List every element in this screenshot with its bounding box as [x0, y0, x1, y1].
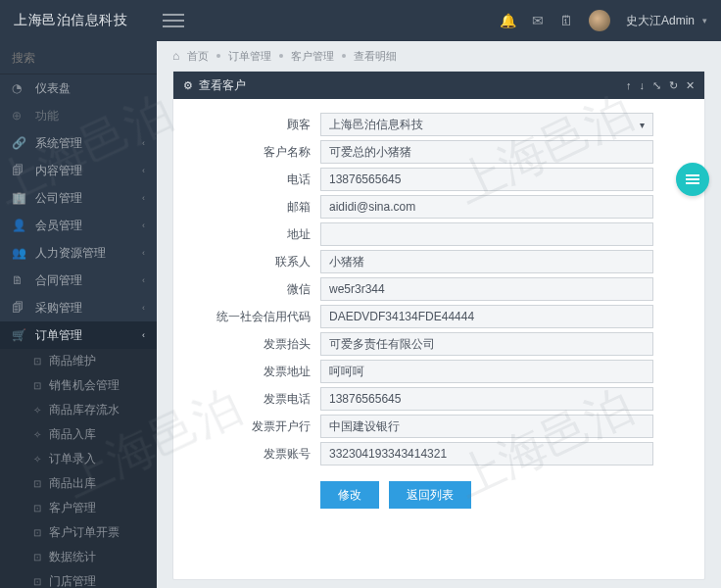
brand-title: 上海邑泊信息科技 — [0, 12, 157, 29]
sidebar-item-content[interactable]: 🗐 内容管理 ‹ — [0, 157, 157, 184]
sidebar-item-label: 仪表盘 — [35, 80, 71, 97]
menu-toggle-icon[interactable] — [163, 10, 184, 31]
sidebar-item-label: 合同管理 — [35, 272, 82, 289]
wechat-field[interactable]: we5r3r344 — [320, 277, 653, 301]
sub-sales-opportunity[interactable]: ⊡销售机会管理 — [0, 373, 157, 398]
arrow-down-icon[interactable]: ↓ — [640, 79, 646, 92]
sub-store-manage[interactable]: ⊡门店管理 — [0, 569, 157, 588]
arrow-up-icon[interactable]: ↑ — [626, 79, 632, 92]
field-label: 发票开户行 — [173, 418, 320, 435]
name-field[interactable]: 可爱总的小猪猪 — [320, 140, 653, 164]
contact-field[interactable]: 小猪猪 — [320, 250, 653, 273]
email-field[interactable]: aididi@sina.com — [320, 195, 653, 219]
sidebar-item-label: 销售机会管理 — [49, 377, 120, 394]
sidebar-item-label: 功能 — [35, 108, 59, 124]
expand-icon[interactable]: ⤡ — [652, 79, 661, 92]
sidebar-item-label: 会员管理 — [35, 218, 82, 234]
field-value: 呵呵呵 — [329, 364, 364, 380]
field-label: 顾客 — [173, 117, 320, 133]
crumb-order[interactable]: 订单管理 — [228, 49, 271, 64]
sidebar-item-label: 系统管理 — [35, 135, 82, 152]
field-label: 发票地址 — [173, 364, 320, 380]
bell-icon[interactable]: 🔔 — [500, 13, 516, 28]
sidebar-item-label: 商品出库 — [49, 475, 96, 492]
crumb-detail[interactable]: 查看明细 — [354, 49, 397, 64]
back-button[interactable]: 返回列表 — [389, 481, 471, 509]
sub-stock-in[interactable]: ✧商品入库 — [0, 422, 157, 447]
sidebar-item-order[interactable]: 🛒 订单管理 ‹ — [0, 321, 157, 349]
invoice-address-field[interactable]: 呵呵呵 — [320, 360, 653, 383]
sidebar-search: 🔍 — [0, 41, 157, 74]
dot-icon: ⊡ — [33, 503, 43, 514]
mail-icon[interactable]: ✉ — [532, 13, 544, 28]
chevron-left-icon: ‹ — [142, 303, 145, 313]
gear-icon: ⚙ — [183, 79, 193, 92]
home-icon[interactable]: ⌂ — [172, 49, 179, 63]
invoice-phone-field[interactable]: 13876565645 — [320, 387, 653, 411]
topbar-right: 🔔 ✉ 🗓 史大江Admin ▾ — [500, 10, 721, 31]
form-row-name: 客户名称 可爱总的小猪猪 — [173, 140, 704, 164]
customer-select[interactable]: 上海邑泊信息科技 — [320, 113, 653, 136]
field-label: 发票电话 — [173, 391, 320, 408]
chevron-down-icon[interactable]: ▾ — [702, 16, 707, 25]
sub-order-entry[interactable]: ✧订单录入 — [0, 447, 157, 471]
crumb-customer[interactable]: 客户管理 — [291, 49, 334, 64]
sidebar-item-label: 客户管理 — [49, 500, 96, 516]
sidebar-item-label: 订单管理 — [35, 327, 82, 344]
field-value: we5r3r344 — [329, 282, 385, 296]
sidebar-item-purchase[interactable]: 🗐 采购管理 ‹ — [0, 294, 157, 321]
sub-stock-out[interactable]: ⊡商品出库 — [0, 471, 157, 496]
credit-code-field[interactable]: DAEDVDF34134FDE44444 — [320, 305, 653, 328]
sub-stock-flow[interactable]: ✧商品库存流水 — [0, 398, 157, 422]
field-value: 332304193343414321 — [329, 447, 447, 461]
phone-field[interactable]: 13876565645 — [320, 168, 653, 191]
address-field[interactable] — [320, 222, 653, 246]
invoice-title-field[interactable]: 可爱多责任有限公司 — [320, 332, 653, 356]
menu-icon — [686, 172, 699, 186]
avatar[interactable] — [589, 10, 610, 31]
sub-product-maintain[interactable]: ⊡商品维护 — [0, 349, 157, 373]
invoice-bank-field[interactable]: 中国建设银行 — [320, 415, 653, 438]
breadcrumb: ⌂ 首页 订单管理 客户管理 查看明细 — [157, 41, 721, 71]
cart-icon: 🛒 — [12, 328, 27, 342]
sidebar-item-label: 商品维护 — [49, 353, 96, 369]
crumb-home[interactable]: 首页 — [187, 49, 209, 64]
invoice-account-field[interactable]: 332304193343414321 — [320, 442, 653, 466]
crumb-sep-icon — [279, 54, 283, 58]
field-label: 地址 — [173, 226, 320, 243]
form-row-phone: 电话 13876565645 — [173, 168, 704, 191]
fab-button[interactable] — [676, 163, 709, 196]
sidebar-item-label: 商品库存流水 — [49, 402, 120, 418]
sub-customer-invoice[interactable]: ⊡客户订单开票 — [0, 520, 157, 545]
sidebar-item-features[interactable]: ⊕ 功能 — [0, 102, 157, 129]
sub-customer-manage[interactable]: ⊡客户管理 — [0, 496, 157, 520]
sub-data-stats[interactable]: ⊡数据统计 — [0, 545, 157, 569]
form-row-invoice-title: 发票抬头 可爱多责任有限公司 — [173, 332, 704, 356]
sidebar: 🔍 ◔ 仪表盘 ⊕ 功能 🔗 系统管理 ‹ 🗐 内容管理 ‹ 🏢 公司管理 ‹ … — [0, 41, 157, 588]
topbar: 上海邑泊信息科技 🔔 ✉ 🗓 史大江Admin ▾ — [0, 0, 721, 41]
search-input[interactable] — [12, 51, 157, 65]
close-icon[interactable]: ✕ — [686, 79, 695, 92]
edit-button[interactable]: 修改 — [320, 481, 379, 509]
contract-icon: 🗎 — [12, 273, 27, 287]
hr-icon: 👥 — [12, 246, 27, 260]
field-label: 联系人 — [173, 254, 320, 270]
sidebar-item-label: 采购管理 — [35, 300, 82, 317]
sidebar-item-contract[interactable]: 🗎 合同管理 ‹ — [0, 267, 157, 294]
form-row-address: 地址 — [173, 222, 704, 246]
chevron-left-icon: ‹ — [142, 220, 145, 230]
sidebar-item-system[interactable]: 🔗 系统管理 ‹ — [0, 129, 157, 157]
sidebar-item-hr[interactable]: 👥 人力资源管理 ‹ — [0, 239, 157, 267]
sidebar-item-label: 人力资源管理 — [35, 245, 106, 262]
user-name-label[interactable]: 史大江Admin — [626, 13, 695, 29]
link-icon: 🔗 — [12, 136, 27, 150]
sidebar-item-company[interactable]: 🏢 公司管理 ‹ — [0, 184, 157, 212]
form-row-invoice-address: 发票地址 呵呵呵 — [173, 360, 704, 383]
sidebar-item-dashboard[interactable]: ◔ 仪表盘 — [0, 74, 157, 102]
field-label: 客户名称 — [173, 144, 320, 161]
refresh-icon[interactable]: ↻ — [669, 79, 678, 92]
sidebar-submenu: ⊡商品维护 ⊡销售机会管理 ✧商品库存流水 ✧商品入库 ✧订单录入 ⊡商品出库 … — [0, 349, 157, 588]
calendar-icon[interactable]: 🗓 — [559, 13, 573, 28]
sidebar-item-member[interactable]: 👤 会员管理 ‹ — [0, 212, 157, 239]
field-value: 可爱多责任有限公司 — [329, 336, 435, 353]
